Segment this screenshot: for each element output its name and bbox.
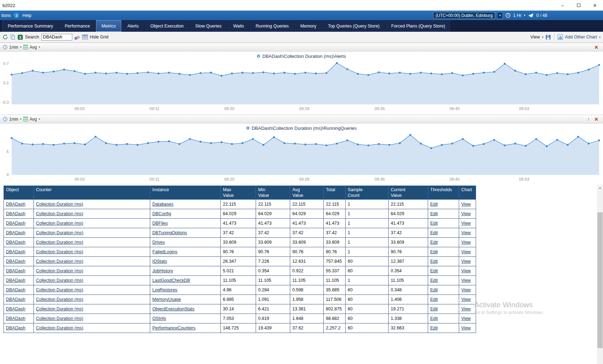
cell-link[interactable]: Collection Duration (ms): [36, 211, 83, 216]
tab-metrics[interactable]: Metrics: [96, 20, 122, 32]
cell-link[interactable]: Edit: [430, 221, 438, 226]
chevron-down-icon[interactable]: ▾: [20, 117, 22, 121]
maximize-button[interactable]: [571, 0, 587, 11]
column-header-sample-count[interactable]: Sample Count: [346, 186, 389, 200]
close-button[interactable]: ✕: [587, 0, 603, 11]
chevron-down-icon[interactable]: ▾: [39, 117, 40, 121]
close-chart-button[interactable]: ✕: [592, 44, 600, 50]
cell-link[interactable]: Databases: [152, 202, 173, 207]
cell-link[interactable]: View: [461, 278, 471, 283]
cell-link[interactable]: View: [461, 211, 471, 216]
cell-link[interactable]: Collection Duration (ms): [36, 316, 83, 321]
cell-link[interactable]: Collection Duration (ms): [36, 230, 83, 235]
cell-link[interactable]: DBADash: [6, 211, 25, 216]
move-chart-up-button[interactable]: ↑: [586, 116, 591, 122]
tab-alerts[interactable]: Alerts: [122, 20, 145, 32]
cell-link[interactable]: Edit: [430, 230, 438, 235]
cell-link[interactable]: DBADash: [6, 297, 25, 302]
cell-link[interactable]: Collection Duration (ms): [36, 221, 83, 226]
search-input[interactable]: [41, 34, 72, 41]
cell-link[interactable]: View: [461, 316, 471, 321]
cell-link[interactable]: Edit: [430, 259, 438, 264]
aggregate-select[interactable]: Avg: [30, 45, 37, 50]
cell-link[interactable]: View: [461, 326, 471, 330]
chevron-down-icon[interactable]: ▾: [524, 14, 525, 17]
tab-waits[interactable]: Waits: [227, 20, 250, 32]
cell-link[interactable]: Collection Duration (ms): [36, 249, 83, 254]
tab-performance[interactable]: Performance: [59, 20, 96, 32]
cell-link[interactable]: Collection Duration (ms): [36, 326, 83, 330]
export-excel-button[interactable]: X: [18, 35, 23, 40]
cell-link[interactable]: LogRestores: [152, 287, 177, 292]
cell-link[interactable]: DBFiles: [152, 221, 168, 226]
column-header-min-value[interactable]: Min Value: [256, 186, 290, 200]
aggregate-select[interactable]: Avg: [30, 117, 37, 122]
cell-link[interactable]: DBTuningOptions: [152, 230, 187, 235]
cell-link[interactable]: View: [461, 259, 471, 264]
cell-link[interactable]: Edit: [430, 287, 438, 292]
cell-link[interactable]: DBADash: [6, 307, 25, 311]
cell-link[interactable]: Edit: [430, 202, 438, 207]
cell-link[interactable]: DBADash: [6, 240, 25, 245]
cell-link[interactable]: View: [461, 268, 471, 273]
view-dropdown[interactable]: View: [530, 35, 540, 40]
cell-link[interactable]: OSInfo: [152, 316, 166, 321]
cell-link[interactable]: Edit: [430, 307, 438, 311]
menu-options[interactable]: tions: [1, 13, 11, 18]
copy-button[interactable]: [10, 34, 16, 40]
cell-link[interactable]: DBADash: [6, 326, 25, 330]
cell-link[interactable]: MemoryUsage: [152, 297, 181, 302]
cell-link[interactable]: View: [461, 307, 471, 311]
scrollbar-thumb[interactable]: [597, 212, 603, 348]
cell-link[interactable]: Collection Duration (ms): [36, 202, 83, 207]
column-header-max-value[interactable]: Max Value: [221, 186, 256, 200]
cell-link[interactable]: DBADash: [6, 259, 25, 264]
cell-link[interactable]: DBADash: [6, 221, 25, 226]
timezone-caret[interactable]: ▾: [498, 12, 503, 19]
clear-search-button[interactable]: [74, 35, 80, 40]
cell-link[interactable]: Edit: [430, 297, 438, 302]
alerts-chart-plot[interactable]: [11, 61, 600, 104]
cell-link[interactable]: View: [461, 221, 471, 226]
cell-link[interactable]: Edit: [430, 240, 438, 245]
timezone-select[interactable]: (UTC+00:00) Dublin, Edinburg: [433, 12, 495, 19]
cell-link[interactable]: Edit: [430, 249, 438, 254]
cell-link[interactable]: Collection Duration (ms): [36, 268, 83, 273]
duration-select[interactable]: 1 Hr: [513, 13, 522, 18]
cell-link[interactable]: Edit: [430, 316, 438, 321]
cell-link[interactable]: IOStats: [152, 259, 167, 264]
cell-link[interactable]: View: [461, 240, 471, 245]
column-header-avg-value[interactable]: Avg Value: [290, 186, 324, 200]
running-queries-chart-plot[interactable]: [11, 133, 600, 175]
tab-object-execution[interactable]: Object Execution: [145, 20, 190, 32]
column-header-chart[interactable]: Chart: [459, 186, 476, 200]
cell-link[interactable]: View: [461, 249, 471, 254]
cell-link[interactable]: ObjectExecutionStats: [152, 307, 195, 311]
cell-link[interactable]: Edit: [430, 326, 438, 330]
cell-link[interactable]: Edit: [430, 278, 438, 283]
menu-help[interactable]: Help: [22, 13, 32, 18]
cell-link[interactable]: DBADash: [6, 287, 25, 292]
cell-link[interactable]: Drives: [152, 240, 165, 245]
cell-link[interactable]: PerformanceCounters: [152, 326, 195, 330]
hide-grid-label[interactable]: Hide Grid: [90, 35, 109, 40]
cell-link[interactable]: JobHistory: [152, 268, 173, 273]
cell-link[interactable]: View: [461, 287, 471, 292]
refresh-button[interactable]: [2, 34, 8, 40]
cell-link[interactable]: DBADash: [6, 316, 25, 321]
cell-link[interactable]: Edit: [430, 268, 438, 273]
tab-performance-summary[interactable]: Performance Summary: [2, 20, 59, 32]
cell-link[interactable]: Collection Duration (ms): [36, 287, 83, 292]
add-other-chart-button[interactable]: Add Other Chart: [565, 35, 597, 40]
cell-link[interactable]: View: [461, 202, 471, 207]
cell-link[interactable]: Edit: [430, 211, 438, 216]
cell-link[interactable]: Collection Duration (ms): [36, 307, 83, 311]
tab-forced-plans-query-store[interactable]: Forced Plans (Query Store): [386, 20, 451, 32]
minimize-button[interactable]: –: [554, 0, 571, 11]
cell-link[interactable]: DBADash: [6, 249, 25, 254]
column-header-counter[interactable]: Counter: [34, 186, 150, 200]
cell-link[interactable]: View: [461, 230, 471, 235]
save-layout-button[interactable]: [546, 35, 551, 40]
hide-grid-button[interactable]: [82, 35, 88, 40]
cell-link[interactable]: Collection Duration (ms): [36, 259, 83, 264]
